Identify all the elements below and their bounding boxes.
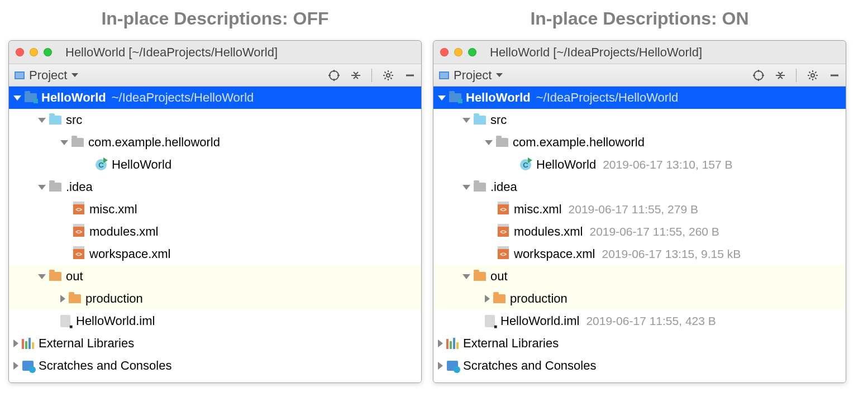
chevron-down-icon[interactable]	[71, 73, 78, 77]
tree-item-label: out	[490, 269, 508, 284]
expand-arrow-right-icon[interactable]	[485, 295, 490, 303]
scratch-icon	[446, 361, 459, 371]
expand-arrow-down-icon[interactable]	[438, 95, 446, 101]
tree-row[interactable]: .idea	[433, 176, 846, 198]
source-folder-icon	[474, 115, 486, 125]
xml-file-icon	[73, 249, 85, 259]
expand-arrow-right-icon[interactable]	[438, 340, 443, 347]
tree-item-description: 2019-06-17 11:55, 423 B	[586, 314, 716, 328]
output-folder-icon	[474, 271, 486, 281]
tree-item-label: workspace.xml	[514, 247, 595, 261]
collapse-all-icon[interactable]	[775, 70, 786, 81]
svg-line-28	[815, 78, 816, 79]
expand-arrow-right-icon[interactable]	[13, 362, 18, 370]
project-tree[interactable]: HelloWorld~/IdeaProjects/HelloWorldsrcco…	[433, 87, 846, 382]
expand-arrow-down-icon[interactable]	[13, 95, 21, 101]
expand-arrow-down-icon[interactable]	[462, 274, 470, 279]
tree-item-label: src	[66, 113, 82, 127]
tree-row[interactable]: External Libraries	[9, 332, 421, 355]
expand-arrow-down-icon[interactable]	[462, 118, 470, 123]
tree-row[interactable]: modules.xml2019-06-17 11:55, 260 B	[433, 221, 846, 243]
tree-item-path: ~/IdeaProjects/HelloWorld	[536, 90, 679, 105]
tree-row[interactable]: misc.xml2019-06-17 11:55, 279 B	[433, 198, 846, 221]
output-folder-icon	[69, 294, 81, 304]
tree-item-label: HelloWorld	[112, 157, 171, 172]
xml-file-icon	[73, 227, 85, 237]
iml-file-icon	[59, 316, 71, 326]
hide-panel-icon[interactable]	[404, 70, 416, 81]
tree-row[interactable]: CHelloWorld2019-06-17 13:10, 157 B	[433, 154, 846, 176]
expand-arrow-down-icon[interactable]	[38, 185, 46, 190]
minimize-button[interactable]	[454, 48, 462, 56]
folder-icon	[474, 182, 486, 192]
svg-line-11	[385, 71, 386, 73]
folder-icon	[71, 137, 84, 147]
expand-arrow-down-icon[interactable]	[60, 140, 68, 145]
expand-arrow-down-icon[interactable]	[462, 185, 470, 190]
svg-point-16	[754, 71, 763, 80]
locate-icon[interactable]	[328, 69, 340, 82]
tree-row[interactable]: production	[9, 288, 421, 310]
collapse-all-icon[interactable]	[350, 70, 361, 81]
view-selector-label[interactable]: Project	[29, 68, 67, 83]
tree-row[interactable]: HelloWorld.iml	[9, 310, 421, 332]
expand-arrow-right-icon[interactable]	[438, 362, 443, 370]
folder-icon	[49, 182, 61, 192]
tree-row[interactable]: CHelloWorld	[9, 154, 421, 176]
tree-row[interactable]: modules.xml	[9, 221, 421, 243]
project-toolbar: Project	[9, 64, 421, 87]
divider	[796, 69, 797, 82]
tree-row[interactable]: com.example.helloworld	[9, 131, 421, 154]
tree-row[interactable]: out	[433, 265, 846, 288]
tree-row[interactable]: .idea	[9, 176, 421, 198]
tree-item-label: Scratches and Consoles	[463, 358, 596, 373]
module-folder-icon	[449, 93, 461, 103]
gear-icon[interactable]	[807, 69, 819, 82]
tree-item-label: HelloWorld	[536, 157, 596, 172]
tree-row[interactable]: src	[433, 109, 846, 131]
close-button[interactable]	[16, 48, 24, 56]
source-folder-icon	[49, 115, 61, 125]
tree-row[interactable]: misc.xml	[9, 198, 421, 221]
tree-row[interactable]: External Libraries	[433, 332, 846, 355]
tree-item-label: workspace.xml	[89, 247, 170, 261]
tree-item-label: out	[66, 269, 83, 284]
tree-item-label: com.example.helloworld	[513, 135, 645, 150]
tree-item-label: misc.xml	[514, 202, 562, 217]
tree-row[interactable]: HelloWorld.iml2019-06-17 11:55, 423 B	[433, 310, 846, 332]
titlebar: HelloWorld [~/IdeaProjects/HelloWorld]	[9, 41, 421, 64]
project-tree[interactable]: HelloWorld~/IdeaProjects/HelloWorldsrcco…	[9, 87, 421, 382]
tree-row[interactable]: src	[9, 109, 421, 131]
minimize-button[interactable]	[30, 48, 38, 56]
tree-item-label: Scratches and Consoles	[39, 358, 171, 373]
close-button[interactable]	[440, 48, 449, 56]
tree-row[interactable]: Scratches and Consoles	[433, 355, 846, 377]
hide-panel-icon[interactable]	[829, 70, 840, 81]
tree-item-label: production	[85, 291, 143, 306]
expand-arrow-down-icon[interactable]	[38, 274, 46, 279]
tree-row[interactable]: HelloWorld~/IdeaProjects/HelloWorld	[433, 87, 846, 109]
tree-row[interactable]: workspace.xml	[9, 243, 421, 265]
zoom-button[interactable]	[468, 48, 476, 56]
expand-arrow-right-icon[interactable]	[60, 295, 65, 303]
locate-icon[interactable]	[752, 69, 765, 82]
tree-row[interactable]: production	[433, 288, 846, 310]
titlebar: HelloWorld [~/IdeaProjects/HelloWorld]	[433, 41, 846, 64]
tree-row[interactable]: out	[9, 265, 421, 288]
expand-arrow-down-icon[interactable]	[485, 140, 493, 145]
chevron-down-icon[interactable]	[496, 73, 503, 77]
tree-row[interactable]: com.example.helloworld	[433, 131, 846, 154]
expand-arrow-right-icon[interactable]	[13, 340, 18, 347]
zoom-button[interactable]	[44, 48, 52, 56]
view-selector-label[interactable]: Project	[454, 68, 492, 83]
tree-row[interactable]: HelloWorld~/IdeaProjects/HelloWorld	[9, 87, 421, 109]
tree-item-description: 2019-06-17 13:10, 157 B	[603, 158, 732, 171]
tree-row[interactable]: Scratches and Consoles	[9, 355, 421, 377]
tree-row[interactable]: workspace.xml2019-06-17 13:15, 9.15 kB	[433, 243, 846, 265]
gear-icon[interactable]	[382, 69, 394, 82]
tree-item-label: HelloWorld	[41, 90, 106, 105]
panel-icon	[439, 71, 449, 79]
expand-arrow-down-icon[interactable]	[38, 118, 46, 123]
tree-item-description: 2019-06-17 13:15, 9.15 kB	[602, 247, 741, 261]
tree-item-label: modules.xml	[89, 224, 158, 239]
